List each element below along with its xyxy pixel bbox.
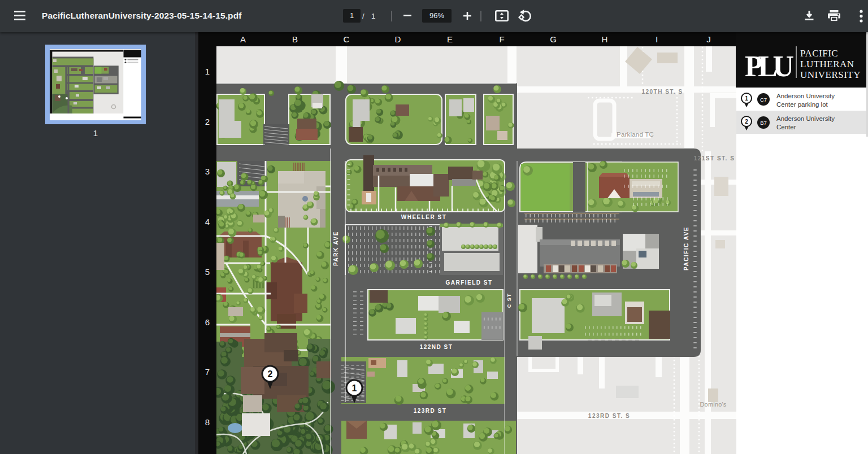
svg-text:4: 4 (205, 217, 210, 226)
svg-text:Anderson University: Anderson University (776, 115, 835, 122)
svg-text:3: 3 (205, 167, 210, 176)
svg-text:I: I (656, 34, 658, 44)
svg-text:C7: C7 (760, 97, 767, 103)
svg-text:E: E (447, 34, 453, 44)
svg-text:G: G (550, 34, 557, 44)
svg-text:1: 1 (352, 383, 357, 393)
svg-text:Anderson University: Anderson University (776, 93, 835, 99)
svg-text:120TH ST. S: 120TH ST. S (641, 89, 683, 95)
svg-text:123RD ST: 123RD ST (414, 408, 447, 414)
svg-text:F: F (499, 34, 504, 44)
svg-text:1: 1 (205, 67, 210, 76)
svg-text:PLU: PLU (745, 50, 793, 82)
svg-text:H: H (602, 34, 608, 44)
svg-text:PARK AVE: PARK AVE (333, 231, 339, 266)
svg-text:122ND ST: 122ND ST (420, 344, 453, 350)
svg-text:LUTHERAN: LUTHERAN (800, 59, 854, 69)
svg-text:123RD ST. S: 123RD ST. S (588, 413, 630, 419)
svg-text:8: 8 (205, 417, 210, 427)
svg-text:C: C (344, 34, 350, 44)
svg-text:2: 2 (268, 369, 273, 379)
svg-text:121ST ST. S: 121ST ST. S (694, 155, 735, 161)
svg-text:J: J (706, 34, 711, 44)
svg-text:7: 7 (205, 367, 210, 377)
svg-text:Center: Center (776, 124, 796, 130)
svg-text:1: 1 (745, 95, 748, 102)
svg-text:2: 2 (205, 117, 210, 126)
svg-text:Domino's: Domino's (700, 401, 726, 408)
svg-text:Center parking lot: Center parking lot (776, 101, 828, 108)
svg-text:PACIFIC: PACIFIC (800, 48, 838, 59)
svg-text:PACIFIC AVE: PACIFIC AVE (683, 226, 689, 270)
svg-text:5: 5 (205, 267, 210, 277)
svg-text:2: 2 (745, 119, 748, 125)
svg-text:UNIVERSITY: UNIVERSITY (800, 69, 861, 80)
svg-text:D: D (395, 34, 401, 44)
svg-text:Parkland TC: Parkland TC (617, 131, 654, 138)
svg-text:A: A (240, 34, 246, 44)
svg-text:C ST: C ST (506, 293, 512, 308)
svg-text:WHEELER ST: WHEELER ST (401, 214, 447, 220)
svg-text:B7: B7 (760, 120, 767, 126)
svg-text:B: B (292, 34, 298, 44)
svg-text:GARFIELD ST: GARFIELD ST (445, 280, 492, 286)
svg-text:6: 6 (205, 317, 210, 327)
